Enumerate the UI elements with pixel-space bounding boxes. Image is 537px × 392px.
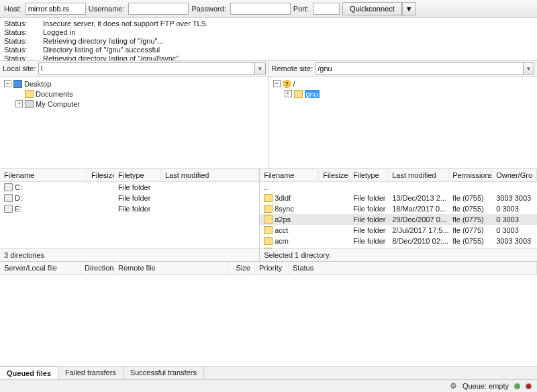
remote-listing-header[interactable]: Filename Filesize Filetype Last modified… [260,169,537,182]
col-permissions[interactable]: Permissions [448,169,492,181]
username-label: Username: [89,5,125,13]
col-owner[interactable]: Owner/Gro [492,169,537,181]
col-lastmod[interactable]: Last modified [388,169,448,181]
remote-site-bar: Remote site: ▾ [269,61,538,76]
computer-icon [25,100,34,108]
message-log: Status:Insecure server, it does not supp… [0,18,537,61]
folder-icon [264,237,273,245]
directory-trees: −Desktop Documents +My Computer −?/ +gnu [0,77,537,169]
local-listing-header[interactable]: Filename Filesize Filetype Last modified [0,169,259,182]
indicator-red-icon [526,383,532,389]
col-serverfile[interactable]: Server/Local file [0,262,81,274]
list-item[interactable]: E:File folder [0,203,259,214]
list-item[interactable]: acctFile folder2/Jul/2017 17:5...fle (07… [260,225,537,236]
status-bar: ⚙ Queue: empty [0,379,537,392]
remote-site-dropdown[interactable]: ▾ [524,62,534,75]
col-filetype[interactable]: Filetype [349,169,388,181]
username-input[interactable] [128,3,189,15]
log-label: Status: [4,46,31,54]
tree-node-documents[interactable]: Documents [36,90,73,98]
local-site-input[interactable] [38,62,255,75]
local-listing-footer: 3 directories [0,248,259,261]
col-filename[interactable]: Filename [260,169,319,181]
local-site-label: Local site: [3,64,36,72]
list-item[interactable]: acmFile folder8/Dec/2010 02:...fle (0755… [260,236,537,246]
tree-node-gnu[interactable]: gnu [305,90,320,98]
list-item[interactable]: 8syncFile folder18/Mar/2017 0...fle (075… [260,203,537,214]
log-message: Insecure server, it does not support FTP… [43,19,208,28]
folder-icon [264,215,273,224]
local-tree[interactable]: −Desktop Documents +My Computer [0,77,269,168]
tree-expand-icon[interactable]: + [285,90,292,97]
host-input[interactable] [26,3,86,15]
port-input[interactable] [313,3,340,15]
indicator-green-icon [514,383,520,389]
file-listings: Filename Filesize Filetype Last modified… [0,169,537,261]
list-item[interactable]: a2psFile folder29/Dec/2007 0...fle (0775… [260,214,537,225]
queue-header[interactable]: Server/Local file Direction Remote file … [0,261,537,275]
log-label: Status: [4,19,31,28]
host-label: Host: [4,5,21,13]
col-size[interactable]: Size [228,262,255,274]
local-listing-body[interactable]: C:File folderD:File folderE:File folder [0,182,259,248]
queue-body[interactable] [0,275,537,366]
col-status[interactable]: Status [289,262,537,274]
tree-expand-icon[interactable]: + [15,100,23,107]
log-label: Status: [4,54,31,61]
queue-status: Queue: empty [462,382,509,390]
folder-icon [264,205,273,213]
folder-icon [264,226,273,234]
col-direction[interactable]: Direction [81,262,114,274]
col-remotefile[interactable]: Remote file [114,262,228,274]
list-item[interactable]: C:File folder [0,182,259,193]
remote-listing-footer: Selected 1 directory. [260,248,537,261]
port-label: Port: [293,5,309,13]
log-message: Retrieving directory listing of "/gnu/8s… [43,54,185,61]
log-message: Retrieving directory listing of "/gnu"..… [43,37,164,46]
list-item[interactable]: 3dldfFile folder13/Dec/2013 2...fle (075… [260,193,537,203]
remote-listing-body[interactable]: ..3dldfFile folder13/Dec/2013 2...fle (0… [260,182,537,248]
tree-node-mycomputer[interactable]: My Computer [36,100,80,108]
log-message: Logged in [43,28,75,37]
tree-node-root[interactable]: / [293,80,295,88]
col-lastmod[interactable]: Last modified [161,169,259,181]
local-site-bar: Local site: ▾ [0,61,269,76]
local-site-dropdown[interactable]: ▾ [255,62,266,75]
col-filesize[interactable]: Filesize [319,169,349,181]
log-label: Status: [4,37,31,46]
gear-icon[interactable]: ⚙ [450,381,457,391]
folder-open-icon [294,90,303,98]
local-listing: Filename Filesize Filetype Last modified… [0,169,260,261]
quickconnect-button[interactable]: Quickconnect [342,2,402,15]
tree-collapse-icon[interactable]: − [273,80,281,87]
tab-successful[interactable]: Successful transfers [124,366,204,379]
log-message: Directory listing of "/gnu" successful [43,46,160,54]
tree-collapse-icon[interactable]: − [4,80,11,87]
remote-site-label: Remote site: [272,64,313,72]
log-label: Status: [4,28,31,37]
password-label: Password: [191,5,226,13]
remote-tree[interactable]: −?/ +gnu [269,77,538,168]
folder-icon [25,90,34,98]
list-item[interactable]: .. [260,182,537,193]
drive-icon [4,183,13,191]
tab-queued[interactable]: Queued files [0,366,58,379]
site-path-bar: Local site: ▾ Remote site: ▾ [0,61,537,77]
desktop-icon [13,80,22,88]
password-input[interactable] [230,3,291,15]
col-filename[interactable]: Filename [0,169,87,181]
tree-node-desktop[interactable]: Desktop [24,80,51,88]
col-filesize[interactable]: Filesize [87,169,114,181]
remote-site-input[interactable] [315,62,524,75]
list-item[interactable]: D:File folder [0,193,259,203]
col-priority[interactable]: Priority [255,262,289,274]
remote-listing: Filename Filesize Filetype Last modified… [260,169,537,261]
tab-failed[interactable]: Failed transfers [58,366,124,379]
unknown-icon: ? [283,80,291,88]
quickconnect-dropdown[interactable]: ▼ [402,2,416,15]
col-filetype[interactable]: Filetype [114,169,161,181]
quickconnect-bar: Host: Username: Password: Port: Quickcon… [0,0,537,18]
drive-icon [4,205,13,213]
transfer-tabs: Queued files Failed transfers Successful… [0,366,537,379]
drive-icon [4,194,13,202]
